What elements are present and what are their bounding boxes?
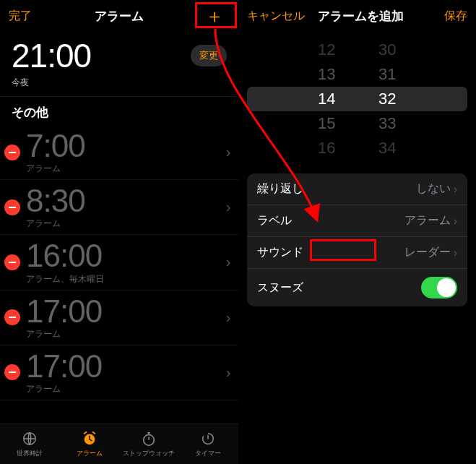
alarm-label: アラーム bbox=[26, 163, 226, 175]
snooze-row: スヌーズ bbox=[247, 269, 468, 306]
alarm-time: 16:00 bbox=[26, 239, 226, 272]
repeat-value: しない bbox=[416, 181, 451, 197]
chevron-right-icon: › bbox=[454, 215, 457, 228]
alarm-row[interactable]: 8:30アラーム› bbox=[0, 180, 238, 235]
sound-label: サウンド bbox=[257, 245, 303, 260]
alarm-time: 17:00 bbox=[26, 295, 226, 328]
save-button[interactable]: 保存 bbox=[417, 9, 467, 24]
delete-button[interactable] bbox=[4, 364, 20, 380]
alarm-row[interactable]: 17:00アラーム› bbox=[0, 345, 238, 400]
change-button[interactable]: 変更 bbox=[191, 45, 227, 66]
add-alarm-screen: キャンセル アラームを追加 保存 11121314151617 29303132… bbox=[238, 0, 477, 464]
picker-value: 32 bbox=[358, 87, 416, 111]
sleep-subtitle: 今夜 bbox=[12, 77, 227, 89]
screen-title: アラーム bbox=[95, 8, 144, 25]
picker-value: 15 bbox=[298, 111, 355, 136]
minute-column[interactable]: 29303132333435 bbox=[358, 38, 416, 160]
chevron-right-icon: › bbox=[226, 309, 231, 326]
timer-icon bbox=[199, 430, 217, 447]
tab-alarm[interactable]: アラーム bbox=[59, 424, 118, 464]
alarm-label: アラーム bbox=[26, 328, 226, 340]
picker-value: 12 bbox=[298, 38, 355, 62]
alarm-info: 8:30アラーム bbox=[26, 184, 226, 230]
alarm-time: 8:30 bbox=[26, 184, 226, 218]
label-row[interactable]: ラベル アラーム› bbox=[247, 205, 468, 237]
header: 完了 アラーム ＋ bbox=[0, 0, 238, 32]
tab-timer[interactable]: タイマー bbox=[178, 424, 238, 464]
cancel-button[interactable]: キャンセル bbox=[247, 9, 305, 24]
alarm-list: 7:00アラーム›8:30アラーム›16:00アラーム、毎木曜日›17:00アラ… bbox=[0, 125, 238, 424]
alarm-info: 17:00アラーム bbox=[26, 350, 226, 395]
tab-label: タイマー bbox=[195, 449, 221, 458]
repeat-label: 繰り返し bbox=[257, 181, 303, 197]
label-label: ラベル bbox=[257, 213, 292, 228]
alarm-label: アラーム bbox=[26, 218, 226, 230]
alarm-list-screen: 完了 アラーム ＋ 21:00 変更 今夜 その他 7:00アラーム›8:30ア… bbox=[0, 0, 238, 464]
tab-label: 世界時計 bbox=[17, 449, 43, 458]
snooze-label: スヌーズ bbox=[257, 280, 303, 296]
picker-value: 13 bbox=[298, 62, 355, 87]
alarm-row[interactable]: 16:00アラーム、毎木曜日› bbox=[0, 235, 238, 290]
repeat-row[interactable]: 繰り返し しない› bbox=[247, 173, 468, 205]
alarm-info: 16:00アラーム、毎木曜日 bbox=[26, 239, 226, 285]
alarm-time: 7:00 bbox=[26, 129, 226, 163]
tab-label: アラーム bbox=[77, 449, 103, 458]
tab-bar: 世界時計アラームストップウォッチタイマー bbox=[0, 424, 238, 464]
plus-icon: ＋ bbox=[199, 4, 230, 28]
chevron-right-icon: › bbox=[226, 199, 231, 215]
header: キャンセル アラームを追加 保存 bbox=[238, 0, 477, 32]
delete-button[interactable] bbox=[4, 199, 20, 215]
alarm-settings: 繰り返し しない› ラベル アラーム› サウンド レーダー› スヌーズ bbox=[247, 173, 468, 306]
snooze-toggle[interactable] bbox=[421, 277, 457, 298]
picker-value: 14 bbox=[298, 87, 355, 111]
sound-row[interactable]: サウンド レーダー› bbox=[247, 237, 468, 269]
chevron-right-icon: › bbox=[226, 364, 231, 381]
picker-value: 16 bbox=[298, 136, 355, 160]
world-icon bbox=[21, 430, 38, 447]
sleep-time: 21:00 bbox=[12, 36, 91, 75]
alarm-row[interactable]: 17:00アラーム› bbox=[0, 291, 238, 345]
svg-point-2 bbox=[144, 435, 155, 446]
alarm-label: アラーム bbox=[26, 383, 226, 395]
stopwatch-icon bbox=[140, 430, 157, 447]
hour-column[interactable]: 11121314151617 bbox=[298, 38, 355, 160]
tab-stopwatch[interactable]: ストップウォッチ bbox=[119, 424, 178, 464]
delete-button[interactable] bbox=[4, 254, 20, 270]
sleep-schedule: 21:00 変更 今夜 bbox=[0, 32, 238, 97]
section-other: その他 bbox=[0, 97, 238, 125]
picker-value: 33 bbox=[358, 111, 416, 136]
done-button[interactable]: 完了 bbox=[9, 9, 59, 24]
chevron-right-icon: › bbox=[454, 183, 457, 196]
picker-selection-bar bbox=[247, 87, 468, 111]
picker-value: 31 bbox=[358, 62, 416, 87]
delete-button[interactable] bbox=[4, 309, 20, 325]
chevron-right-icon: › bbox=[226, 144, 231, 160]
tab-world[interactable]: 世界時計 bbox=[0, 424, 59, 464]
alarm-time: 17:00 bbox=[26, 350, 226, 383]
add-alarm-button[interactable]: ＋ bbox=[179, 7, 230, 25]
chevron-right-icon: › bbox=[454, 246, 457, 259]
screen-title: アラームを追加 bbox=[318, 8, 404, 25]
tab-label: ストップウォッチ bbox=[123, 449, 175, 458]
alarm-icon bbox=[81, 430, 98, 447]
alarm-row[interactable]: 7:00アラーム› bbox=[0, 125, 238, 180]
alarm-label: アラーム、毎木曜日 bbox=[26, 273, 226, 285]
alarm-info: 7:00アラーム bbox=[26, 129, 226, 175]
sound-value: レーダー bbox=[404, 245, 451, 260]
alarm-info: 17:00アラーム bbox=[26, 295, 226, 340]
delete-button[interactable] bbox=[4, 145, 20, 160]
picker-value: 30 bbox=[358, 38, 416, 62]
chevron-right-icon: › bbox=[226, 254, 231, 270]
label-value: アラーム bbox=[404, 213, 451, 228]
time-picker[interactable]: 11121314151617 29303132333435 bbox=[247, 38, 468, 160]
picker-value: 34 bbox=[358, 136, 416, 160]
